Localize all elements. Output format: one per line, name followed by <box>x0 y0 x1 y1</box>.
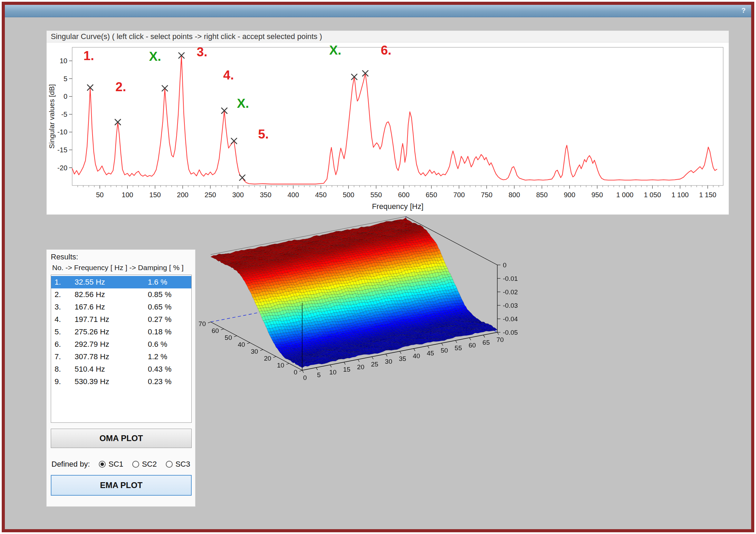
result-frequency: 307.78 Hz <box>75 351 148 363</box>
app-window: ? Singular Curve(s) ( left click - selec… <box>2 2 754 532</box>
svg-text:-20: -20 <box>57 164 67 172</box>
svg-text:300: 300 <box>232 191 243 199</box>
result-no: 4. <box>55 313 75 326</box>
result-frequency: 82.56 Hz <box>75 288 148 301</box>
result-no: 7. <box>55 351 75 363</box>
result-no: 9. <box>55 375 75 388</box>
window-content: Singular Curve(s) ( left click - select … <box>5 17 751 529</box>
svg-text:750: 750 <box>481 191 492 199</box>
svg-text:X.: X. <box>329 43 341 57</box>
result-no: 1. <box>55 276 75 288</box>
help-button[interactable]: ? <box>741 7 746 15</box>
svg-text:650: 650 <box>425 191 437 199</box>
radio-circle-icon <box>132 461 139 468</box>
svg-text:950: 950 <box>592 191 603 199</box>
svg-text:1.: 1. <box>84 49 94 63</box>
svg-text:250: 250 <box>204 191 216 199</box>
svg-text:550: 550 <box>370 191 382 199</box>
radio-label: SC1 <box>108 460 123 469</box>
ema-plot-button[interactable]: EMA PLOT <box>51 475 192 496</box>
title-bar[interactable]: ? <box>5 5 751 17</box>
svg-text:1 000: 1 000 <box>616 191 633 199</box>
surface-plot <box>149 215 546 422</box>
singular-curve-plot[interactable]: 5010015020025030035040045050055060065070… <box>47 42 729 214</box>
svg-text:5.: 5. <box>258 127 269 141</box>
radio-sc1[interactable]: SC1 <box>99 460 123 469</box>
svg-text:2.: 2. <box>115 80 126 94</box>
svg-text:150: 150 <box>149 191 161 199</box>
svg-text:-15: -15 <box>57 146 67 154</box>
svg-text:200: 200 <box>177 191 188 199</box>
svg-text:3.: 3. <box>197 45 208 59</box>
result-frequency: 292.79 Hz <box>75 338 148 351</box>
svg-text:Singular values [dB]: Singular values [dB] <box>48 84 56 149</box>
svg-text:700: 700 <box>453 191 465 199</box>
svg-text:X.: X. <box>149 49 161 64</box>
result-frequency: 510.4 Hz <box>75 363 148 375</box>
svg-text:X.: X. <box>237 96 249 111</box>
svg-text:600: 600 <box>398 191 409 199</box>
singular-curve-panel: Singular Curve(s) ( left click - select … <box>46 30 729 215</box>
svg-text:-10: -10 <box>57 128 67 136</box>
result-frequency: 530.39 Hz <box>75 375 148 388</box>
svg-text:1 050: 1 050 <box>644 191 661 199</box>
svg-text:-5: -5 <box>61 111 67 118</box>
oma-plot-button[interactable]: OMA PLOT <box>51 429 192 448</box>
svg-text:1 150: 1 150 <box>699 191 716 199</box>
svg-text:500: 500 <box>343 191 354 199</box>
result-no: 6. <box>55 338 75 351</box>
svg-text:50: 50 <box>96 191 104 199</box>
result-no: 5. <box>55 326 75 338</box>
svg-text:5: 5 <box>64 75 67 83</box>
singular-curve-svg[interactable]: 5010015020025030035040045050055060065070… <box>47 42 729 214</box>
radio-label: SC2 <box>142 460 157 469</box>
radio-label: SC3 <box>175 460 190 469</box>
result-no: 2. <box>55 288 75 301</box>
surface-canvas <box>149 215 546 422</box>
result-frequency: 32.55 Hz <box>75 276 148 288</box>
svg-text:100: 100 <box>122 191 133 199</box>
svg-text:800: 800 <box>508 191 520 199</box>
svg-text:0: 0 <box>64 93 67 100</box>
svg-text:450: 450 <box>315 191 326 199</box>
svg-text:900: 900 <box>564 191 575 199</box>
radio-sc3[interactable]: SC3 <box>166 460 190 469</box>
radio-circle-icon <box>166 461 173 468</box>
svg-text:850: 850 <box>536 191 547 199</box>
result-frequency: 197.71 Hz <box>75 313 148 326</box>
svg-text:1 100: 1 100 <box>671 191 689 199</box>
screenshot-stage: ? Singular Curve(s) ( left click - selec… <box>0 0 756 534</box>
result-frequency: 275.26 Hz <box>75 326 148 338</box>
results-label: Results: <box>51 252 78 261</box>
svg-text:350: 350 <box>260 191 271 199</box>
defined-by-row: Defined by: SC1SC2SC3 <box>51 458 190 470</box>
result-frequency: 167.6 Hz <box>75 301 148 313</box>
radio-sc2[interactable]: SC2 <box>132 460 157 469</box>
svg-text:4.: 4. <box>223 68 234 82</box>
svg-text:400: 400 <box>287 191 299 199</box>
singular-curve-header: Singular Curve(s) ( left click - select … <box>47 31 729 42</box>
radio-circle-icon <box>99 461 106 468</box>
svg-text:Frequency [Hz]: Frequency [Hz] <box>372 202 423 211</box>
svg-text:6.: 6. <box>381 43 391 57</box>
sc-radio-group: SC1SC2SC3 <box>90 460 190 469</box>
svg-text:10: 10 <box>60 57 67 65</box>
result-no: 8. <box>55 363 75 375</box>
defined-by-label: Defined by: <box>51 460 90 469</box>
result-no: 3. <box>55 301 75 313</box>
